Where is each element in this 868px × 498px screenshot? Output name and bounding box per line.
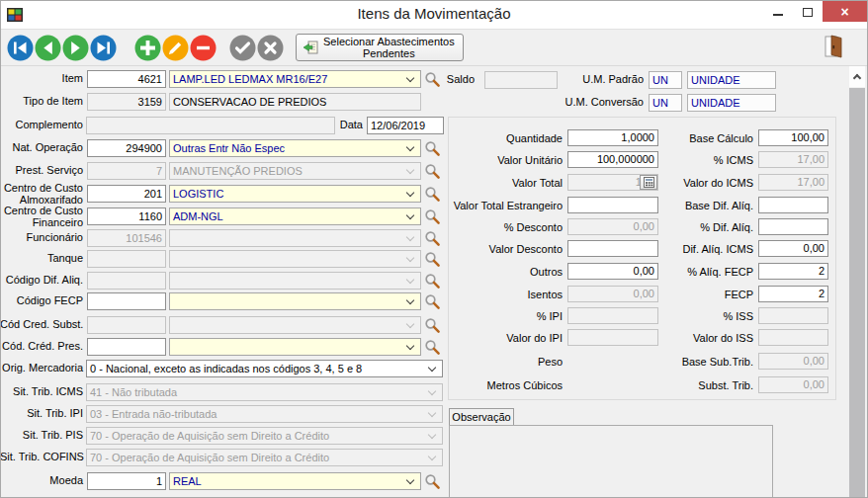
- prest-servico-code-field: 7: [87, 162, 166, 180]
- fecp-field[interactable]: 2: [758, 286, 828, 302]
- valor-unitario-field[interactable]: 100,000000: [567, 151, 658, 168]
- item-lookup-icon[interactable]: [424, 71, 441, 88]
- codigo-fecp-combo[interactable]: [169, 292, 421, 310]
- orig-mercadoria-select[interactable]: 0 - Nacional, exceto as indicadas nos có…: [86, 360, 443, 377]
- window: Itens da Movimentação ×: [0, 0, 868, 498]
- chevron-down-icon: [406, 320, 414, 328]
- prest-servico-lookup-icon[interactable]: [424, 163, 441, 180]
- funcionario-combo[interactable]: [169, 229, 421, 247]
- item-description: LAMP.LED LEDMAX MR16/E27: [173, 73, 327, 85]
- funcionario-lookup-icon[interactable]: [424, 230, 441, 247]
- cod-cred-pres-combo[interactable]: [169, 338, 421, 356]
- field-label-aliq-fecp: % Alíq. FECP: [687, 266, 753, 278]
- valor-total-estrangeiro-field[interactable]: [567, 197, 658, 213]
- centro-de-custo-almoxarifado-combo[interactable]: LOGISTIC: [169, 185, 421, 203]
- um-padrao-label: U.M. Padrão: [582, 74, 644, 86]
- prest-servico-combo[interactable]: MANUTENÇÃO PREDIOS: [169, 162, 421, 180]
- moeda-lookup-icon[interactable]: [424, 473, 441, 490]
- cod-cred-pres-lookup-icon[interactable]: [424, 339, 441, 356]
- nat-operacao-code-field[interactable]: 294900: [87, 139, 166, 157]
- cod-cred-subst-lookup-icon[interactable]: [424, 317, 441, 334]
- quantidade-field[interactable]: 1,0000: [567, 129, 658, 146]
- field-label-complemento: Complemento: [16, 120, 83, 131]
- codigo-fecp-code-field[interactable]: [87, 292, 166, 310]
- moeda-code-field[interactable]: 1: [87, 472, 166, 490]
- field-label-item: Item: [62, 73, 83, 85]
- tipo-de-item-combo: CONSERVACAO DE PREDIOS: [169, 93, 421, 111]
- outros-field[interactable]: 0,00: [567, 263, 658, 280]
- chevron-down-icon: [428, 364, 436, 372]
- base-dif-aliq-field[interactable]: [758, 197, 828, 213]
- dif-aliq-field[interactable]: [758, 218, 828, 235]
- observacao-textarea[interactable]: [449, 425, 773, 498]
- nat-operacao-combo[interactable]: Outras Entr Não Espec: [169, 139, 421, 157]
- centro-de-custo-almoxarifado-lookup-icon[interactable]: [424, 186, 441, 203]
- um-conversao-code-field[interactable]: UN: [649, 94, 682, 112]
- valor-do-icms-field: 17,00: [758, 174, 828, 191]
- field-label-icms: % ICMS: [714, 154, 753, 166]
- prest-servico-description: MANUTENÇÃO PREDIOS: [173, 165, 303, 177]
- moeda-combo[interactable]: REAL: [169, 472, 421, 490]
- nat-operacao-lookup-icon[interactable]: [424, 140, 441, 157]
- centro-de-custo-almoxarifado-description: LOGISTIC: [173, 188, 223, 200]
- chevron-up-icon: [852, 74, 860, 82]
- sit-trib-ipi-select[interactable]: 03 - Entrada não-tributada: [86, 405, 443, 423]
- sit-trib-icms-select[interactable]: 41 - Não tributada: [86, 383, 443, 401]
- scroll-up-button[interactable]: [849, 66, 865, 87]
- field-label-prest-servico: Prest. Serviço: [16, 165, 83, 177]
- scrollbar-thumb[interactable]: [849, 88, 865, 498]
- tipo-de-item-code-field: 3159: [87, 93, 166, 111]
- complemento-field[interactable]: [86, 117, 335, 134]
- chevron-down-icon: [406, 276, 414, 284]
- chevron-down-icon: [428, 409, 436, 417]
- sit-trib-pis-select[interactable]: 70 - Operação de Aquisição sem Direito a…: [86, 427, 443, 445]
- field-label-metros-cubicos: Metros Cúbicos: [487, 379, 563, 391]
- isentos-field: 0,00: [567, 286, 658, 302]
- tab-observacao[interactable]: Observação: [449, 408, 514, 425]
- chevron-down-icon: [406, 166, 414, 174]
- orig-mercadoria-value: 0 - Nacional, exceto as indicadas nos có…: [90, 363, 362, 374]
- chevron-down-icon: [406, 211, 414, 219]
- tanque-combo[interactable]: [169, 250, 421, 268]
- codigo-dif-aliq-combo[interactable]: [169, 272, 421, 290]
- dif-aliq-icms-field[interactable]: 0,00: [758, 240, 828, 257]
- saldo-field[interactable]: [484, 71, 558, 89]
- um-conversao-desc-field[interactable]: UNIDADE: [687, 94, 776, 112]
- field-label-isentos: Isentos: [528, 289, 563, 300]
- calculator-icon[interactable]: [640, 175, 657, 190]
- centro-de-custo-almoxarifado-code-field[interactable]: 201: [87, 185, 166, 203]
- valor-do-iss-field: [758, 329, 828, 346]
- codigo-dif-aliq-lookup-icon[interactable]: [424, 273, 441, 290]
- aliq-fecp-field[interactable]: 2: [758, 263, 828, 280]
- chevron-down-icon: [406, 74, 414, 82]
- item-combo[interactable]: LAMP.LED LEDMAX MR16/E27: [169, 70, 421, 88]
- base-calculo-field[interactable]: 100,00: [758, 129, 828, 146]
- subst-trib-field: 0,00: [758, 376, 828, 393]
- chevron-down-icon: [428, 453, 436, 460]
- field-label-sit-trib-icms: Sit. Trib. ICMS: [13, 386, 83, 398]
- field-label-subst-trib: Subst. Trib.: [698, 379, 753, 391]
- field-label-centro-de-custo-financeiro: Centro de Custo Financeiro: [1, 206, 83, 228]
- field-label-valor-unitario: Valor Unitário: [497, 154, 563, 166]
- sit-trib-cofins-select[interactable]: 70 - Operação de Aquisição sem Direito a…: [86, 449, 443, 466]
- field-label-moeda: Moeda: [49, 475, 83, 487]
- tanque-code-field: [87, 250, 166, 268]
- vertical-scrollbar: [849, 66, 865, 498]
- chevron-down-icon: [406, 189, 414, 197]
- item-code-field[interactable]: 4621: [87, 70, 166, 88]
- tanque-lookup-icon[interactable]: [424, 251, 441, 268]
- um-padrao-code-field[interactable]: UN: [649, 71, 682, 89]
- um-padrao-desc-field[interactable]: UNIDADE: [687, 71, 776, 89]
- centro-de-custo-financeiro-lookup-icon[interactable]: [424, 208, 441, 225]
- centro-de-custo-financeiro-code-field[interactable]: 1160: [87, 208, 166, 225]
- field-label-orig-mercadoria: Orig. Mercadoria: [2, 363, 83, 374]
- codigo-fecp-lookup-icon[interactable]: [424, 293, 441, 310]
- centro-de-custo-financeiro-combo[interactable]: ADM-NGL: [169, 208, 421, 225]
- field-label-iss: % ISS: [723, 310, 753, 322]
- base-subtrib-field: 0,00: [758, 353, 828, 370]
- valor-desconto-field[interactable]: [567, 240, 658, 257]
- field-label-codigo-dif-aliq: Código Dif. Aliq.: [6, 275, 83, 287]
- cod-cred-pres-code-field[interactable]: [87, 338, 166, 356]
- data-field[interactable]: 12/06/2019: [367, 117, 444, 134]
- cod-cred-subst-combo[interactable]: [169, 316, 421, 334]
